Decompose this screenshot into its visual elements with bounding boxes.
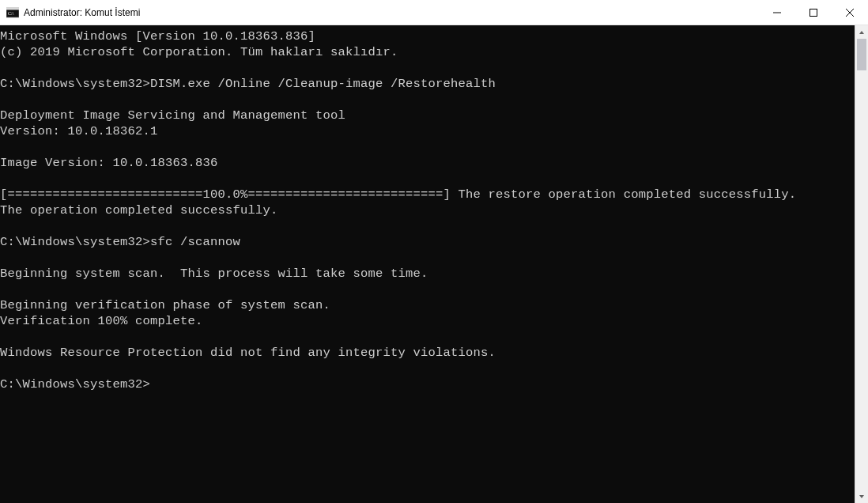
terminal-line (0, 218, 855, 234)
terminal-line: Version: 10.0.18362.1 (0, 123, 855, 139)
terminal-line: (c) 2019 Microsoft Corporation. Tüm hakl… (0, 44, 855, 60)
terminal-line: Microsoft Windows [Version 10.0.18363.83… (0, 28, 855, 44)
titlebar[interactable]: C:\ Administrator: Komut İstemi (0, 0, 868, 25)
terminal-line: Windows Resource Protection did not find… (0, 345, 855, 361)
terminal-line: C:\Windows\system32>sfc /scannow (0, 234, 855, 250)
svg-rect-1 (6, 8, 19, 10)
svg-marker-7 (859, 31, 864, 34)
terminal-line (0, 282, 855, 297)
cmd-window: C:\ Administrator: Komut İstemi Microsof… (0, 0, 868, 503)
scroll-track[interactable] (855, 39, 868, 490)
terminal-line (0, 60, 855, 76)
terminal-line (0, 171, 855, 187)
close-button[interactable] (832, 0, 868, 25)
terminal-line (0, 361, 855, 376)
terminal-line: Deployment Image Servicing and Managemen… (0, 108, 855, 123)
terminal-line: Verification 100% complete. (0, 313, 855, 329)
svg-text:C:\: C:\ (8, 11, 14, 16)
maximize-button[interactable] (795, 0, 832, 25)
scroll-down-arrow-icon[interactable] (855, 490, 868, 503)
terminal-line: C:\Windows\system32>DISM.exe /Online /Cl… (0, 76, 855, 92)
window-title: Administrator: Komut İstemi (24, 7, 759, 18)
terminal-line: C:\Windows\system32> (0, 376, 855, 392)
svg-rect-4 (810, 9, 817, 16)
terminal-line: [==========================100.0%=======… (0, 187, 855, 202)
terminal-output[interactable]: Microsoft Windows [Version 10.0.18363.83… (0, 25, 855, 503)
terminal-line: Beginning verification phase of system s… (0, 297, 855, 313)
terminal-line (0, 139, 855, 155)
vertical-scrollbar[interactable] (855, 25, 868, 503)
window-controls (759, 0, 868, 25)
cmd-app-icon: C:\ (6, 6, 19, 19)
scroll-up-arrow-icon[interactable] (855, 25, 868, 39)
minimize-button[interactable] (759, 0, 795, 25)
svg-marker-8 (859, 495, 864, 498)
terminal-line (0, 329, 855, 345)
terminal-line (0, 92, 855, 108)
terminal-area: Microsoft Windows [Version 10.0.18363.83… (0, 25, 868, 503)
scroll-thumb[interactable] (857, 39, 866, 70)
terminal-line: Image Version: 10.0.18363.836 (0, 155, 855, 171)
terminal-line: Beginning system scan. This process will… (0, 266, 855, 282)
terminal-line (0, 250, 855, 266)
terminal-line: The operation completed successfully. (0, 202, 855, 218)
